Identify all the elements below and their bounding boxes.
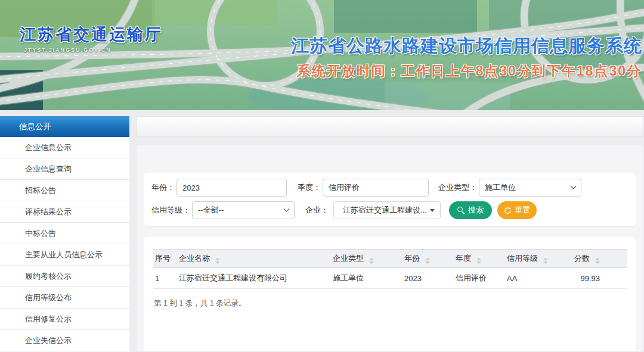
company-label: 企业： (305, 205, 329, 216)
sidebar-item-enterprise-dishonesty[interactable]: 企业失信公示 (0, 330, 129, 351)
quarter-input[interactable] (323, 179, 429, 197)
sidebar-item-tender-notice[interactable]: 招标公告 (0, 180, 129, 201)
site-url: JTYST.JIANGSU.GOV.CN (24, 47, 112, 53)
col-header-credit-level[interactable]: 信用等级 (504, 250, 568, 268)
company-select[interactable]: 江苏宿迁交通工程建设... (333, 201, 441, 219)
sidebar-item-winning-bid-notice[interactable]: 中标公告 (0, 223, 129, 244)
sort-icon (543, 258, 548, 264)
sidebar-item-enterprise-info-publicity[interactable]: 企业信息公示 (0, 137, 129, 158)
sidebar-menu: 信息公开 企业信息公示 企业信息查询 招标公告 评标结果公示 中标公告 主要从业… (0, 116, 129, 352)
main-layout: 信息公开 企业信息公示 企业信息查询 招标公告 评标结果公示 中标公告 主要从业… (0, 110, 644, 352)
header-banner: 江苏省交通运输厅 JTYST.JIANGSU.GOV.CN 江苏省公路水路建设市… (0, 0, 644, 110)
page: 江苏省交通运输厅 JTYST.JIANGSU.GOV.CN 江苏省公路水路建设市… (0, 0, 644, 352)
system-open-time-notice: 系统开放时间：工作日上午8点30分到下午18点30分 (296, 62, 642, 80)
caret-down-icon (430, 209, 435, 212)
year-input[interactable] (177, 179, 287, 197)
search-icon (457, 207, 465, 214)
cell-period: 信用评价 (453, 268, 504, 289)
results-table: 序号 企业名称 企业类型 年份 年度 信用等级 分数 1 (153, 249, 627, 289)
chevron-down-icon (571, 183, 577, 189)
company-value: 江苏宿迁交通工程建设... (339, 205, 430, 216)
records-summary: 第 1 到 1 条，共 1 条记录。 (153, 298, 627, 309)
company-type-label: 企业类型： (438, 182, 477, 193)
col-header-no: 序号 (153, 250, 177, 268)
sidebar-item-credit-repair[interactable]: 信用修复公示 (0, 309, 129, 330)
sort-icon (476, 258, 481, 264)
col-header-score[interactable]: 分数 (568, 250, 627, 268)
results-table-card: 序号 企业名称 企业类型 年份 年度 信用等级 分数 1 (144, 237, 636, 352)
credit-level-label: 信用等级： (151, 205, 190, 216)
breadcrumb-bar (136, 116, 644, 136)
company-type-value: 施工单位 (485, 182, 571, 193)
sort-icon (425, 258, 430, 264)
year-label: 年份： (151, 182, 175, 193)
chevron-down-icon (284, 205, 290, 211)
sidebar-item-enterprise-info-query[interactable]: 企业信息查询 (0, 158, 129, 180)
sort-icon (595, 258, 600, 264)
sidebar-item-performance-assessment[interactable]: 履约考核公示 (0, 266, 129, 287)
col-header-year[interactable]: 年份 (402, 250, 453, 268)
cell-score: 99.93 (568, 268, 627, 289)
col-header-company-type[interactable]: 企业类型 (330, 250, 402, 268)
refresh-icon (504, 207, 512, 214)
content-panel: 年份： 季度： 企业类型： 施工单位 信用等级： --全部-- (136, 145, 644, 352)
credit-level-value: --全部-- (198, 205, 284, 216)
sidebar-item-key-personnel-info[interactable]: 主要从业人员信息公示 (0, 244, 129, 266)
search-filter-card: 年份： 季度： 企业类型： 施工单位 信用等级： --全部-- (144, 173, 636, 226)
cell-company-name: 江苏宿迁交通工程建设有限公司 (177, 268, 330, 289)
content-area: 年份： 季度： 企业类型： 施工单位 信用等级： --全部-- (136, 116, 644, 352)
sidebar-item-credit-rating-release[interactable]: 信用等级公布 (0, 287, 129, 309)
reset-button[interactable]: 重置 (497, 201, 537, 219)
quarter-label: 季度： (298, 182, 321, 193)
company-type-select[interactable]: 施工单位 (479, 179, 581, 197)
system-title: 江苏省公路水路建设市场信用信息服务系统 (291, 34, 642, 58)
sort-icon (369, 258, 374, 264)
col-header-period[interactable]: 年度 (453, 250, 504, 268)
table-row: 1 江苏宿迁交通工程建设有限公司 施工单位 2023 信用评价 AA 99.93 (153, 268, 627, 289)
cell-no: 1 (153, 268, 177, 289)
search-button[interactable]: 搜索 (449, 201, 492, 219)
credit-level-select[interactable]: --全部-- (192, 201, 295, 219)
sidebar-item-bid-evaluation-result[interactable]: 评标结果公示 (0, 201, 129, 223)
filter-row-1: 年份： 季度： 企业类型： 施工单位 (151, 179, 628, 197)
sort-icon (215, 258, 220, 264)
filter-row-2: 信用等级： --全部-- 企业： 江苏宿迁交通工程建设... 搜索 (151, 201, 628, 219)
site-name: 江苏省交通运输厅 (20, 24, 163, 45)
cell-year: 2023 (402, 268, 453, 289)
sidebar-header-info-disclosure[interactable]: 信息公开 (0, 116, 129, 137)
table-header-row: 序号 企业名称 企业类型 年份 年度 信用等级 分数 (153, 250, 627, 268)
col-header-company-name[interactable]: 企业名称 (177, 250, 330, 268)
cell-credit-level: AA (504, 268, 568, 289)
cell-company-type: 施工单位 (330, 268, 402, 289)
